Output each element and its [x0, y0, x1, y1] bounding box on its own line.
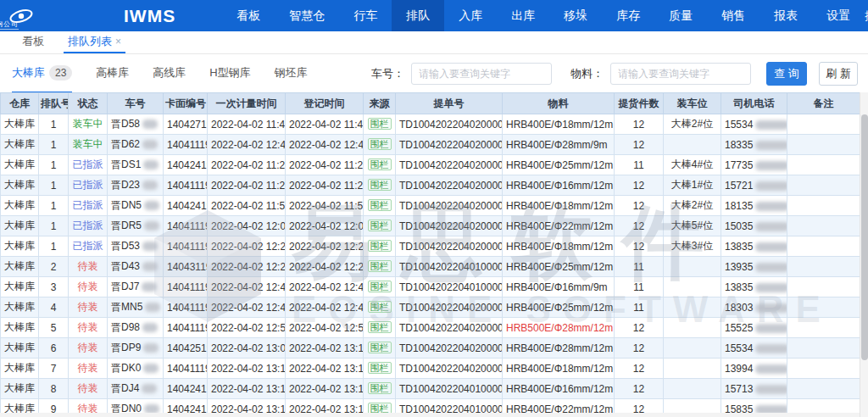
user-area[interactable]: 排队列表|甲班|管理员▼ [865, 8, 868, 24]
cell-card-no: 14041119 [164, 135, 208, 155]
table-row[interactable]: 大棒库 1 已指派 晋D53 14041119 2022-04-02 12:21… [1, 236, 860, 257]
warehouse-tab-3[interactable]: 高线库 [153, 53, 186, 93]
nav-item-9[interactable]: 质量 [654, 0, 707, 31]
cell-weigh-time: 2022-04-02 13:11 [208, 359, 286, 379]
redacted-plate [145, 303, 160, 312]
table-row[interactable]: 大棒库 5 待装 晋D98 14041119 2022-04-02 12:50 … [1, 318, 860, 338]
vertical-scrollbar-thumb[interactable] [861, 114, 868, 360]
table-row[interactable]: 大棒库 1 已指派 晋D23 14041119 2022-04-02 11:28… [1, 175, 860, 196]
table-header: 仓库排队号状态车号卡面编号一次计量时间登记时间来源提单号物料提货件数装车位司机电… [1, 93, 860, 114]
cell-register-time: 2022-04-02 12:21 [286, 236, 364, 257]
table-row[interactable]: 大棒库 1 已指派 晋DR5 14041119 2022-04-02 12:02… [1, 216, 860, 236]
cell-qty: 12 [615, 196, 664, 216]
cell-remark [787, 196, 860, 216]
refresh-button[interactable]: 刷 新 [819, 62, 858, 86]
warehouse-tab-2[interactable]: 高棒库 [96, 53, 129, 93]
cell-dock: 大棒3#位 [664, 236, 721, 257]
cell-queue-no: 1 [39, 155, 69, 175]
table-row[interactable]: 大棒库 7 待装 晋DK0 14041119 2022-04-02 13:11 … [1, 359, 860, 379]
search-button[interactable]: 查 询 [766, 62, 807, 86]
vertical-scrollbar[interactable] [860, 92, 868, 417]
nav-item-10[interactable]: 销售 [707, 0, 760, 31]
user-area-item-1[interactable]: 排队列表 [865, 8, 868, 24]
cell-bill-no: TD10042022040200005319 [396, 236, 503, 257]
cell-register-time: 2022-04-02 12:51 [286, 318, 364, 338]
cell-status: 待装 [69, 379, 108, 399]
page-tab-1[interactable]: 看板 [18, 31, 48, 53]
cell-bill-no: TD10042022040100005315 [396, 257, 503, 277]
warehouse-tab-5[interactable]: 钢坯库 [275, 53, 308, 93]
cell-plate: 晋D53 [108, 236, 164, 257]
nav-item-11[interactable]: 报表 [760, 0, 812, 31]
table-row[interactable]: 大棒库 3 待装 晋DJ7 14041119 2022-04-02 12:41 … [1, 277, 860, 297]
cell-card-no: 14041119 [164, 318, 208, 338]
cell-dock [664, 318, 721, 338]
cell-source: 围栏 [364, 359, 396, 379]
cell-qty: 12 [615, 379, 664, 399]
cell-plate: 晋DJ4 [108, 379, 164, 399]
cell-warehouse: 大棒库 [1, 297, 39, 318]
toolbar: 大棒库23高棒库高线库H型钢库钢坯库 车号： 物料： 查 询 刷 新 [0, 54, 868, 92]
redacted-phone [755, 344, 787, 353]
cell-bill-no: TD10042022040200005319 [396, 155, 503, 175]
column-header-8: 来源 [364, 93, 396, 114]
close-tab-icon[interactable]: × [115, 36, 121, 47]
cell-source: 围栏 [364, 135, 396, 155]
table-row[interactable]: 大棒库 1 装车中 晋D62 14041119 2022-04-02 12:46… [1, 135, 860, 155]
cell-register-time: 2022-04-02 13:16 [286, 379, 364, 399]
table-row[interactable]: 大棒库 1 已指派 晋DN5 14042419 2022-04-02 11:53… [1, 196, 860, 216]
column-header-2: 排队号 [39, 93, 69, 114]
table-row[interactable]: 大棒库 1 已指派 晋DS1 14042419 2022-04-02 11:26… [1, 155, 860, 175]
redacted-phone [755, 303, 787, 313]
cell-status: 待装 [69, 338, 108, 359]
nav-item-2[interactable]: 智慧仓 [275, 0, 339, 31]
cell-source: 围栏 [364, 175, 396, 196]
nav-item-3[interactable]: 行车 [339, 0, 392, 31]
table-row[interactable]: 大棒库 4 待装 晋MN5 14041119 2022-04-02 12:49 … [1, 297, 860, 318]
page-tab-2[interactable]: 排队列表× [64, 31, 125, 53]
warehouse-tab-4[interactable]: H型钢库 [209, 53, 250, 93]
source-badge: 围栏 [368, 118, 392, 130]
table-row[interactable]: 大棒库 8 待装 晋DJ4 14042419 2022-04-02 13:15 … [1, 379, 860, 399]
source-badge: 围栏 [368, 220, 392, 231]
cell-qty: 12 [615, 114, 664, 135]
table-row[interactable]: 大棒库 1 装车中 晋D58 14042719 2022-04-02 11:43… [1, 114, 860, 135]
page-tab-bar: 看板排队列表× [0, 31, 868, 54]
plate-filter-input[interactable] [411, 63, 552, 85]
cell-source: 围栏 [364, 196, 396, 216]
cell-register-time: 2022-04-02 13:12 [286, 359, 364, 379]
cell-qty: 11 [615, 257, 664, 277]
redacted-plate [142, 323, 158, 332]
source-badge: 围栏 [368, 301, 392, 313]
cell-phone: 17735 [721, 155, 787, 175]
warehouse-tab-label: 高线库 [153, 65, 186, 81]
nav-item-1[interactable]: 看板 [222, 0, 275, 31]
nav-item-4[interactable]: 排队 [392, 0, 444, 31]
cell-status: 已指派 [69, 155, 108, 175]
plate-filter-label: 车号： [371, 66, 404, 81]
cell-weigh-time: 2022-04-02 12:50 [208, 318, 286, 338]
cell-dock: 大棒2#位 [664, 114, 721, 135]
material-filter-input[interactable] [610, 63, 751, 85]
nav-item-6[interactable]: 出库 [497, 0, 549, 31]
warehouse-tab-1[interactable]: 大棒库23 [12, 53, 72, 93]
cell-material: HRB400E/Φ18mm/12m [503, 236, 615, 257]
cell-source: 围栏 [364, 379, 396, 399]
table-row[interactable]: 大棒库 2 待装 晋D43 14043119 2022-04-02 12:24 … [1, 257, 860, 277]
cell-card-no: 14042719 [164, 114, 208, 135]
cell-phone: 18335 [721, 135, 787, 155]
cell-queue-no: 7 [39, 359, 69, 379]
cell-bill-no: TD10042022040100005318 [396, 277, 503, 297]
cell-queue-no: 4 [39, 297, 69, 318]
cell-source: 围栏 [364, 297, 396, 318]
nav-item-5[interactable]: 入库 [444, 0, 497, 31]
table-row[interactable]: 大棒库 6 待装 晋DP9 14042519 2022-04-02 13:09 … [1, 338, 860, 359]
nav-item-12[interactable]: 设置 [812, 0, 865, 31]
cell-remark [787, 175, 860, 196]
nav-item-7[interactable]: 移垛 [549, 0, 602, 31]
cell-source: 围栏 [364, 216, 396, 236]
cell-dock [664, 359, 721, 379]
nav-item-8[interactable]: 库存 [602, 0, 654, 31]
cell-status: 待装 [69, 359, 108, 379]
horizontal-scrollbar[interactable] [0, 413, 860, 417]
